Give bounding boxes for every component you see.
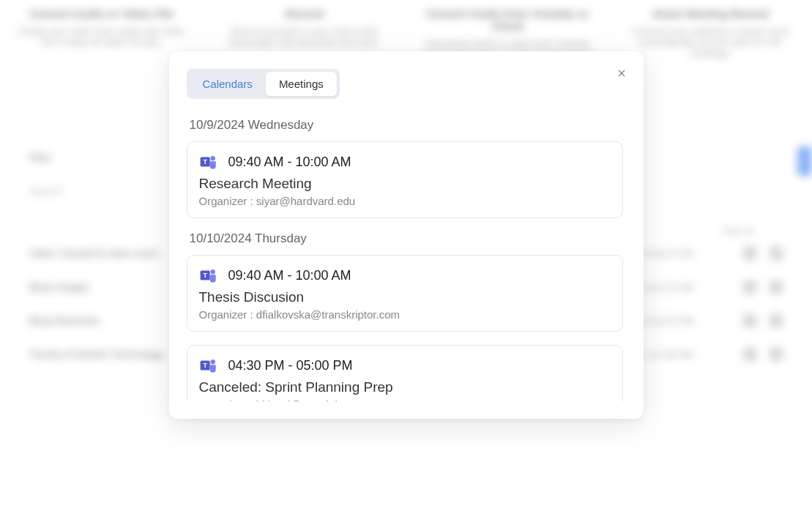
teams-icon: T — [199, 266, 218, 285]
meeting-card[interactable]: T 04:30 PM - 05:00 PM Canceled: Sprint P… — [187, 345, 623, 401]
svg-text:T: T — [203, 362, 207, 369]
tab-calendars[interactable]: Calendars — [190, 72, 266, 96]
meeting-organizer: Organizer : bkinaci@transkriptor.com — [199, 398, 611, 401]
meeting-organizer: Organizer : dfialkovska@transkriptor.com — [199, 308, 611, 321]
svg-point-4 — [210, 156, 215, 161]
svg-text:T: T — [203, 272, 207, 279]
meeting-time: 09:40 AM - 10:00 AM — [228, 155, 351, 170]
meetings-list[interactable]: 10/9/2024 Wednesday T 09:40 AM - 10:00 A… — [187, 112, 626, 401]
teams-icon: T — [199, 356, 218, 375]
close-button[interactable] — [613, 64, 630, 82]
tab-meetings[interactable]: Meetings — [266, 72, 337, 96]
meetings-modal: Calendars Meetings 10/9/2024 Wednesday T… — [169, 51, 644, 419]
meeting-card[interactable]: T 09:40 AM - 10:00 AM Thesis Discusion O… — [187, 255, 623, 332]
teams-icon: T — [199, 152, 218, 171]
meeting-organizer: Organizer : siyar@hardvard.edu — [199, 195, 611, 207]
close-icon — [616, 67, 627, 79]
meeting-title: Research Meeting — [199, 176, 611, 192]
day-header: 10/10/2024 Thursday — [190, 231, 623, 246]
tab-group: Calendars Meetings — [187, 69, 340, 99]
day-header: 10/9/2024 Wednesday — [190, 118, 623, 133]
meeting-time: 04:30 PM - 05:00 PM — [228, 358, 353, 373]
svg-point-7 — [210, 269, 215, 275]
meeting-title: Canceled: Sprint Planning Prep — [199, 379, 611, 395]
svg-point-10 — [210, 360, 215, 365]
meeting-time: 09:40 AM - 10:00 AM — [228, 268, 351, 283]
svg-text:T: T — [203, 158, 207, 165]
meeting-card[interactable]: T 09:40 AM - 10:00 AM Research Meeting O… — [187, 141, 623, 218]
modal-overlay: Calendars Meetings 10/9/2024 Wednesday T… — [0, 0, 812, 506]
meeting-title: Thesis Discusion — [199, 289, 611, 305]
